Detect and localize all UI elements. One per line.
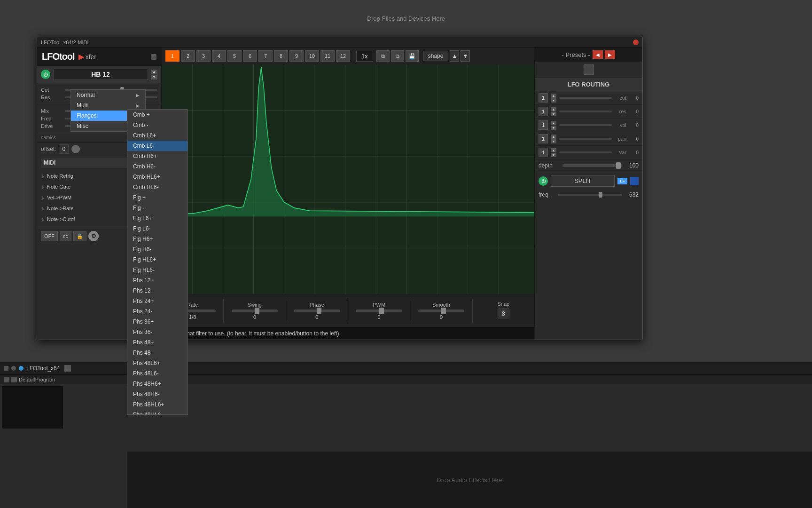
var-routing-slider[interactable] <box>559 151 612 153</box>
tab-8[interactable]: 8 <box>274 50 288 62</box>
tab-arrow-up[interactable]: ▲ <box>450 50 459 62</box>
sub-phs-24-plus[interactable]: Phs 24+ <box>127 296 187 306</box>
menu-normal[interactable]: Normal ▶ <box>71 90 145 100</box>
sub-flg-minus[interactable]: Flg - <box>127 203 187 213</box>
daw-expand-icon[interactable] <box>4 366 8 371</box>
sub-phs-12-plus[interactable]: Phs 12+ <box>127 275 187 286</box>
res-routing-slider[interactable] <box>559 111 612 112</box>
cut-stepper-down[interactable]: ▼ <box>551 98 556 103</box>
phase-slider[interactable] <box>294 310 340 312</box>
split-power-button[interactable]: ⏻ <box>539 176 548 186</box>
pan-routing-slider[interactable] <box>559 138 612 140</box>
sub-phs-48-plus[interactable]: Phs 48+ <box>127 337 187 348</box>
sub-flg-l6-minus[interactable]: Flg L6- <box>127 223 187 234</box>
sub-phs-48l6-plus[interactable]: Phs 48L6+ <box>127 358 187 368</box>
tab-1[interactable]: 1 <box>165 50 180 62</box>
preset-down-button[interactable]: ▼ <box>151 75 157 79</box>
sub-flg-plus[interactable]: Flg + <box>127 192 187 203</box>
sub-phs-36-minus[interactable]: Phs 36- <box>127 327 187 337</box>
daw-settings-icon[interactable] <box>64 365 71 372</box>
sub-phs-48-minus[interactable]: Phs 48- <box>127 348 187 358</box>
sub-flg-l6-plus[interactable]: Flg L6+ <box>127 213 187 223</box>
save-preset-icon[interactable] <box>584 64 594 75</box>
vol-stepper-up[interactable]: ▲ <box>551 121 556 125</box>
tab-9[interactable]: 9 <box>289 50 304 62</box>
rate-value[interactable]: 1/8 <box>189 314 196 320</box>
routing-res-num[interactable]: 1 <box>539 107 548 116</box>
routing-cut-stepper[interactable]: ▲ ▼ <box>551 94 556 103</box>
pwm-slider[interactable] <box>356 310 402 312</box>
var-stepper-up[interactable]: ▲ <box>551 148 556 152</box>
sub-cmb-l6-minus[interactable]: Cmb L6- <box>127 141 187 151</box>
sub-cmb-h6-minus[interactable]: Cmb H6- <box>127 161 187 172</box>
daw-active-icon[interactable] <box>19 366 23 371</box>
routing-pan-num[interactable]: 1 <box>539 134 548 143</box>
tab-2[interactable]: 2 <box>181 50 195 62</box>
sub-cmb-l6-plus[interactable]: Cmb L6+ <box>127 130 187 141</box>
daw-collapse-icon[interactable] <box>11 366 16 371</box>
tab-6[interactable]: 6 <box>243 50 257 62</box>
copy-button[interactable]: ⧉ <box>376 50 390 62</box>
routing-vol-num[interactable]: 1 <box>539 120 548 130</box>
sub-cmb-h6-plus[interactable]: Cmb H6+ <box>127 151 187 161</box>
preset-up-button[interactable]: ▲ <box>151 70 157 74</box>
sub-flg-h6-plus[interactable]: Flg H6+ <box>127 234 187 244</box>
split-button[interactable]: SPLIT <box>551 175 615 187</box>
snap-value[interactable]: 8 <box>498 309 509 318</box>
res-stepper-up[interactable]: ▲ <box>551 107 556 111</box>
shape-button[interactable]: shape <box>423 51 449 61</box>
close-button[interactable] <box>633 40 639 45</box>
sub-phs-36-plus[interactable]: Phs 36+ <box>127 317 187 327</box>
freq-routing-value[interactable]: 632 <box>625 191 639 198</box>
var-stepper-down[interactable]: ▼ <box>551 153 556 157</box>
sub-cmb-minus[interactable]: Cmb - <box>127 120 187 130</box>
off-button[interactable]: OFF <box>41 231 58 241</box>
sub-phs-48h6-plus[interactable]: Phs 48H6+ <box>127 379 187 389</box>
offset-value[interactable]: 0 <box>59 144 69 154</box>
pan-stepper-up[interactable]: ▲ <box>551 135 556 139</box>
settings-icon[interactable] <box>151 54 156 60</box>
preset-prev-button[interactable]: ◀ <box>593 50 603 59</box>
sub-phs-48hl6-plus[interactable]: Phs 48HL6+ <box>127 399 187 410</box>
sub-flg-hl6-minus[interactable]: Flg HL6- <box>127 265 187 275</box>
tab-11[interactable]: 11 <box>320 50 335 62</box>
sub-flg-h6-minus[interactable]: Flg H6- <box>127 244 187 254</box>
tab-12[interactable]: 12 <box>336 50 350 62</box>
vol-routing-slider[interactable] <box>559 124 612 126</box>
smooth-slider[interactable] <box>418 310 465 312</box>
sub-cmb-hl6-minus[interactable]: Cmb HL6- <box>127 182 187 192</box>
vol-stepper-down[interactable]: ▼ <box>551 126 556 130</box>
tab-3[interactable]: 3 <box>196 50 211 62</box>
tab-10[interactable]: 10 <box>305 50 319 62</box>
save-button[interactable]: 💾 <box>406 50 419 62</box>
sub-cmb-hl6-plus[interactable]: Cmb HL6+ <box>127 172 187 182</box>
swing-slider[interactable] <box>232 310 278 312</box>
offset-knob[interactable] <box>71 145 80 153</box>
lf-color-swatch[interactable] <box>630 177 639 185</box>
tab-7[interactable]: 7 <box>258 50 273 62</box>
sub-phs-48h6-minus[interactable]: Phs 48H6- <box>127 389 187 399</box>
gear-button[interactable]: ⚙ <box>88 231 99 241</box>
cc-button[interactable]: cc <box>60 231 71 241</box>
cut-stepper-up[interactable]: ▲ <box>551 94 556 98</box>
routing-cut-num[interactable]: 1 <box>539 93 548 103</box>
pan-stepper-down[interactable]: ▼ <box>551 139 556 143</box>
paste-button[interactable]: ⧉ <box>391 50 404 62</box>
lock-button[interactable]: 🔒 <box>73 231 86 241</box>
sub-phs-48l6-minus[interactable]: Phs 48L6- <box>127 368 187 379</box>
tab-4[interactable]: 4 <box>212 50 226 62</box>
res-stepper-down[interactable]: ▼ <box>551 112 556 116</box>
depth-slider[interactable] <box>562 164 622 167</box>
preset-next-button[interactable]: ▶ <box>605 50 615 59</box>
phase-value[interactable]: 0 <box>315 314 318 320</box>
cut-routing-slider[interactable] <box>559 97 612 99</box>
freq-routing-slider[interactable] <box>558 194 622 196</box>
rate-display[interactable]: 1x <box>356 51 373 62</box>
routing-var-num[interactable]: 1 <box>539 148 548 157</box>
tab-arrow-down[interactable]: ▼ <box>461 50 470 62</box>
depth-value[interactable]: 100 <box>625 162 639 169</box>
pwm-value[interactable]: 0 <box>378 314 381 320</box>
tab-5[interactable]: 5 <box>227 50 242 62</box>
smooth-value[interactable]: 0 <box>440 314 443 320</box>
sub-flg-hl6-plus[interactable]: Flg HL6+ <box>127 254 187 265</box>
